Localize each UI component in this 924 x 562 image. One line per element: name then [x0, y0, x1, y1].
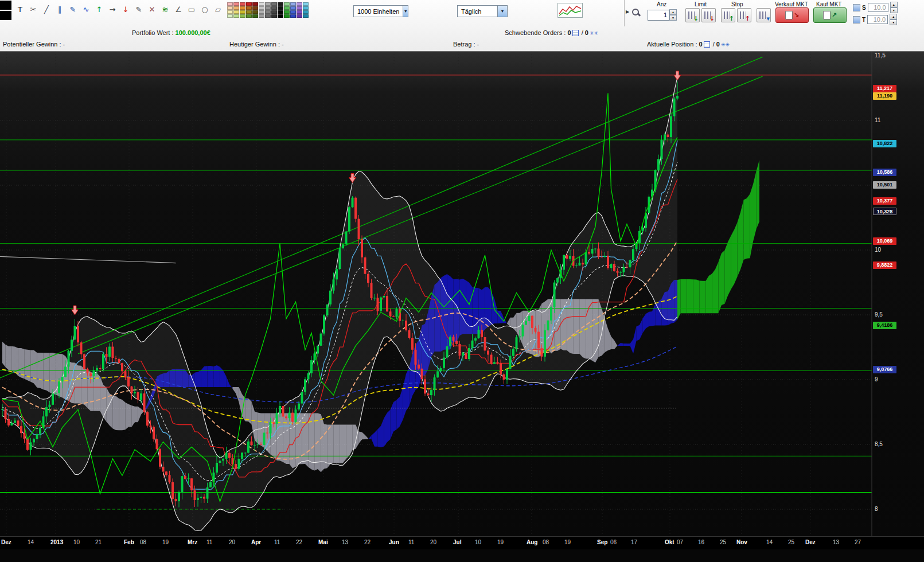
palette-swatch[interactable]: [233, 14, 239, 18]
parallelogram-tool[interactable]: ▱: [212, 2, 224, 17]
palette-swatch[interactable]: [271, 14, 277, 18]
palette-swatch[interactable]: [284, 6, 290, 10]
draw-pencil-tool[interactable]: ✎: [132, 2, 145, 17]
trend-channel-tool[interactable]: ≋: [159, 2, 171, 17]
palette-swatch[interactable]: [240, 10, 245, 14]
panel-expand-icon[interactable]: ▶: [626, 9, 629, 14]
s-up-button[interactable]: ▲: [890, 2, 898, 7]
pencil-tool[interactable]: ✎: [67, 2, 79, 17]
palette-swatch[interactable]: [233, 6, 239, 10]
ellipse-tool[interactable]: ○: [198, 2, 211, 17]
palette-swatch[interactable]: [252, 10, 258, 14]
palette-swatch[interactable]: [252, 2, 258, 6]
palette-swatch[interactable]: [265, 14, 271, 18]
palette-swatch[interactable]: [278, 14, 283, 18]
palette-swatch[interactable]: [271, 2, 277, 6]
kauf-mkt-button[interactable]: ↗: [813, 7, 847, 23]
anz-up-button[interactable]: ▲: [669, 9, 677, 15]
orders-settings-gears-icon[interactable]: ✳✳: [590, 30, 598, 36]
delete-drawing-tool[interactable]: ✕: [146, 2, 158, 17]
up-arrow-tool[interactable]: ↑: [93, 2, 106, 17]
palette-swatch[interactable]: [278, 10, 283, 14]
price-chart-canvas[interactable]: [0, 52, 924, 536]
anz-input[interactable]: [648, 10, 669, 21]
palette-swatch[interactable]: [265, 10, 271, 14]
palette-swatch[interactable]: [259, 14, 264, 18]
text-tool[interactable]: T: [14, 2, 26, 17]
palette-swatch[interactable]: [227, 14, 233, 18]
anz-label: Anz: [657, 1, 666, 7]
t-up-button[interactable]: ▲: [890, 14, 897, 19]
order-tools-icon[interactable]: [631, 8, 641, 17]
palette-swatch[interactable]: [246, 2, 252, 6]
palette-swatch[interactable]: [246, 14, 252, 18]
line-tool[interactable]: ╱: [40, 2, 53, 17]
palette-swatch[interactable]: [303, 10, 309, 14]
position-settings-gears-icon[interactable]: ✳✳: [721, 42, 730, 48]
t-down-button[interactable]: ▼: [890, 19, 897, 25]
palette-swatch[interactable]: [240, 6, 245, 10]
limit-buy-button[interactable]: ↓: [685, 8, 700, 22]
rectangle-tool[interactable]: ▭: [185, 2, 198, 17]
palette-swatch[interactable]: [240, 14, 245, 18]
s-down-button[interactable]: ▼: [890, 7, 898, 13]
position-detail-icon[interactable]: [704, 41, 710, 48]
verkauf-mkt-button[interactable]: ↘: [775, 7, 809, 23]
palette-swatch[interactable]: [290, 6, 296, 10]
palette-swatch[interactable]: [284, 2, 290, 6]
palette-swatch[interactable]: [303, 2, 309, 6]
period-dropdown[interactable]: Täglich ▼: [457, 5, 508, 17]
palette-swatch[interactable]: [284, 10, 290, 14]
palette-swatch[interactable]: [233, 2, 239, 6]
units-dropdown[interactable]: 1000 Einheiten ▼: [353, 5, 408, 17]
palette-swatch[interactable]: [297, 10, 302, 14]
palette-swatch[interactable]: [259, 2, 264, 6]
palette-swatch[interactable]: [265, 2, 271, 6]
order-misc-button[interactable]: ▾: [757, 8, 771, 22]
chart-area[interactable]: [0, 52, 924, 536]
palette-swatch[interactable]: [246, 6, 252, 10]
palette-swatch[interactable]: [290, 14, 296, 18]
down-arrow-tool[interactable]: ↓: [119, 2, 132, 17]
window-icon[interactable]: [0, 1, 11, 10]
orders-detail-icon[interactable]: [572, 30, 579, 36]
angle-tool[interactable]: ∠: [172, 2, 185, 17]
chart-preview-icon[interactable]: [557, 3, 583, 18]
palette-swatch[interactable]: [246, 10, 252, 14]
anz-down-button[interactable]: ▼: [669, 15, 677, 21]
palette-swatch[interactable]: [265, 6, 271, 10]
t-order-icon[interactable]: [853, 16, 860, 24]
palette-swatch[interactable]: [252, 6, 258, 10]
palette-swatch[interactable]: [259, 10, 264, 14]
right-arrow-tool[interactable]: →: [106, 2, 119, 17]
palette-swatch[interactable]: [271, 6, 277, 10]
palette-swatch[interactable]: [303, 14, 309, 18]
limit-sell-button[interactable]: ↓: [701, 8, 716, 22]
s-value-input[interactable]: [868, 3, 888, 12]
palette-swatch[interactable]: [297, 2, 302, 6]
palette-swatch[interactable]: [227, 6, 233, 10]
palette-swatch[interactable]: [240, 2, 245, 6]
parallel-lines-tool[interactable]: ∥: [53, 2, 66, 17]
palette-swatch[interactable]: [227, 10, 233, 14]
palette-swatch[interactable]: [290, 2, 296, 6]
palette-swatch[interactable]: [290, 10, 296, 14]
palette-swatch[interactable]: [297, 6, 302, 10]
tools-icon[interactable]: ✂: [27, 2, 40, 17]
palette-swatch[interactable]: [297, 14, 302, 18]
palette-swatch[interactable]: [227, 2, 233, 6]
stop-buy-button[interactable]: ↑: [721, 8, 735, 22]
palette-swatch[interactable]: [278, 6, 283, 10]
palette-swatch[interactable]: [259, 6, 264, 10]
zigzag-tool[interactable]: ∿: [80, 2, 92, 17]
s-order-icon[interactable]: [853, 4, 860, 11]
palette-swatch[interactable]: [271, 10, 277, 14]
stop-sell-button[interactable]: ↑: [737, 8, 751, 22]
window-icon-2[interactable]: [0, 11, 11, 20]
palette-swatch[interactable]: [278, 2, 283, 6]
palette-swatch[interactable]: [233, 10, 239, 14]
palette-swatch[interactable]: [303, 6, 309, 10]
palette-swatch[interactable]: [252, 14, 258, 18]
t-value-input[interactable]: [867, 15, 888, 24]
palette-swatch[interactable]: [284, 14, 290, 18]
